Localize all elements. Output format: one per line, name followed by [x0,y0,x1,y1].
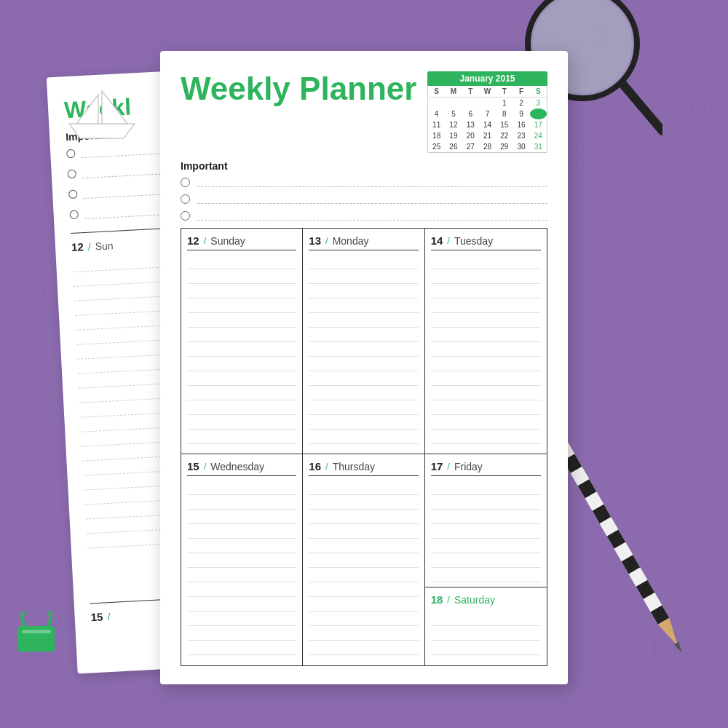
svg-marker-13 [684,313,706,328]
svg-rect-24 [582,146,597,167]
cal-cell: 25 [428,141,445,152]
day-num-monday: 13 [309,234,321,247]
important-checkbox-1[interactable] [181,178,190,187]
cal-cell: 18 [428,130,445,141]
cal-cell: 28 [479,141,496,152]
svg-point-9 [686,96,712,122]
day-slash-sunday: / [204,235,207,246]
day-slash-monday: / [325,235,328,246]
svg-rect-14 [619,641,636,658]
day-name-wednesday: Wednesday [210,461,264,472]
day-num-saturday: 18 [431,593,443,606]
cal-day-s1: S [428,86,445,98]
cal-day-t1: T [462,86,479,98]
svg-marker-16 [692,641,710,655]
svg-point-10 [692,102,706,116]
cal-cell: 6 [462,108,479,119]
day-wednesday: 15 / Wednesday [181,454,303,665]
day-name-monday: Monday [333,235,369,247]
cal-cell: 7 [479,108,496,119]
day-num-thursday: 16 [309,460,321,472]
cal-cell: 16 [513,119,529,130]
planner-header: Weekly Planner January 2015 S M T W T F … [181,71,547,153]
day-slash-saturday: / [447,594,450,605]
days-bottom-row: 15 / Wednesday 16 / Thursday [181,454,547,666]
calendar-grid: S M T W T F S 1 2 3 [427,86,547,153]
svg-rect-18 [15,364,33,389]
svg-marker-28 [76,95,98,124]
cal-cell: 30 [513,141,529,152]
svg-marker-27 [69,124,135,138]
cal-cell: 19 [445,130,462,141]
front-paper: Weekly Planner January 2015 S M T W T F … [160,51,568,684]
cal-day-s2: S [530,86,547,98]
day-slash-thursday: / [325,461,328,472]
cal-cell [462,98,479,108]
cal-cell [445,98,462,108]
svg-point-25 [646,341,664,358]
important-label: Important [181,160,547,172]
cal-cell: 2 [513,98,529,108]
cal-cell: 4 [428,108,445,119]
svg-marker-19 [33,437,47,451]
cal-cell: 1 [496,98,513,108]
svg-marker-29 [102,91,127,124]
cal-cell: 8 [496,108,513,119]
day-fri-sat-column: 17 / Friday 18 / Saturday [425,454,547,665]
cal-cell: 17 [530,119,547,130]
svg-rect-0 [22,22,36,36]
cal-cell: 29 [496,141,513,152]
cal-cell: 23 [513,130,529,141]
svg-rect-11 [677,182,699,200]
important-line-1 [197,178,547,187]
cal-cell: 13 [462,119,479,130]
svg-line-32 [622,84,662,131]
day-tuesday: 14 / Tuesday [425,229,547,454]
important-item-1 [181,178,547,187]
cal-cell: 12 [445,119,462,130]
important-item-3 [181,211,547,221]
cal-cell: 3 [530,98,547,108]
day-sunday: 12 / Sunday [181,229,303,454]
cal-cell: 26 [445,141,462,152]
cal-day-w: W [479,86,496,98]
day-slash-tuesday: / [447,235,450,246]
svg-rect-52 [22,630,51,633]
day-saturday: 18 / Saturday [425,587,547,665]
day-name-friday: Friday [454,461,483,472]
day-num-sunday: 12 [187,234,199,247]
cal-cell: 5 [445,108,462,119]
day-name-sunday: Sunday [210,235,245,247]
cal-cell: 11 [428,119,445,130]
days-top-row: 12 / Sunday 13 / Monday [181,229,547,454]
mini-calendar: January 2015 S M T W T F S 1 2 [427,71,547,153]
paper-boat [66,87,138,146]
calendar-month-header: January 2015 [427,71,547,86]
cal-cell: 9 [513,108,529,119]
cal-cell: 21 [479,130,496,141]
day-monday: 13 / Monday [303,229,424,454]
important-item-2 [181,194,547,204]
svg-point-12 [687,243,711,266]
svg-marker-8 [692,15,706,29]
svg-marker-1 [66,15,80,29]
cal-cell: 20 [462,130,479,141]
svg-rect-2 [116,18,132,30]
cal-day-f: F [513,86,529,98]
cal-cell [479,98,496,108]
cal-cell: 27 [462,141,479,152]
day-friday: 17 / Friday [425,454,547,587]
important-checkbox-3[interactable] [181,211,190,221]
cal-cell: 31 [530,141,547,152]
cal-cell: 24 [530,130,547,141]
cal-cell: 14 [479,119,496,130]
svg-rect-20 [18,510,40,526]
day-name-saturday: Saturday [454,594,495,606]
important-checkbox-2[interactable] [181,194,190,204]
cal-day-m: M [445,86,462,98]
important-lines [181,178,547,221]
svg-point-17 [15,277,44,306]
day-name-thursday: Thursday [333,461,375,472]
day-slash-wednesday: / [204,461,207,472]
planner-title: Weekly Planner [181,71,416,106]
